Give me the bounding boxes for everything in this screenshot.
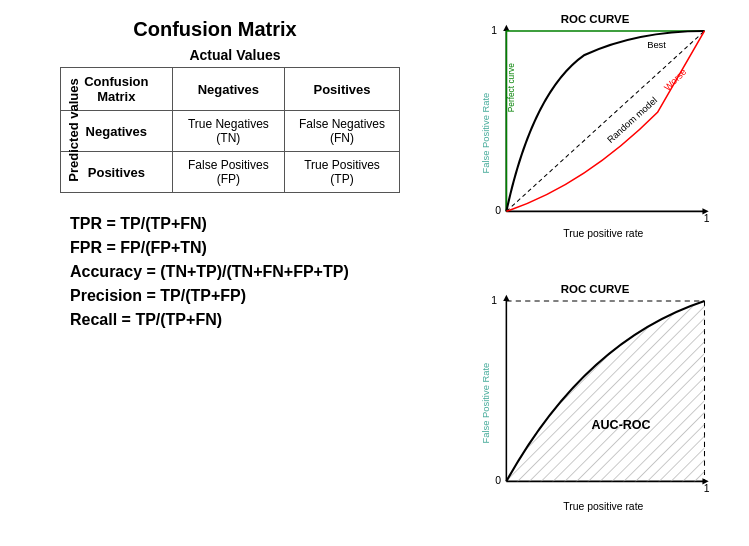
matrix-cell-fp: False Positives (FP)	[172, 152, 284, 193]
formulas-section: TPR = TP/(TP+FN) FPR = FP/(FP+TN) Accura…	[20, 215, 410, 329]
svg-marker-2	[503, 25, 509, 31]
matrix-cell-tn: True Negatives (TN)	[172, 111, 284, 152]
roc-chart-2-svg: ROC CURVE 1 0 1 True positive rate	[449, 278, 741, 528]
chart2-xlabel: True positive rate	[563, 501, 643, 512]
confusion-matrix-table: Confusion Matrix Negatives Positives Neg…	[60, 67, 400, 193]
roc-chart-2: ROC CURVE 1 0 1 True positive rate	[449, 278, 741, 538]
formula-recall: Recall = TP/(TP+FN)	[70, 311, 410, 329]
formula-tpr: TPR = TP/(TP+FN)	[70, 215, 410, 233]
chart1-title: ROC CURVE	[561, 13, 630, 25]
svg-line-4	[506, 31, 704, 211]
chart2-fpr-label: False Positive Rate	[481, 363, 491, 444]
matrix-cell-fn: False Negatives (FN)	[285, 111, 400, 152]
roc-chart-1-svg: ROC CURVE 1 0 1 True positive rate	[449, 8, 741, 258]
formula-accuracy: Accuracy = (TN+TP)/(TN+FN+FP+TP)	[70, 263, 410, 281]
chart2-auc-label: AUC-ROC	[592, 418, 651, 432]
svg-marker-8	[503, 295, 509, 301]
matrix-header-neg: Negatives	[172, 68, 284, 111]
chart2-x1: 1	[704, 483, 710, 494]
chart1-label-best: Best	[647, 40, 666, 50]
right-panel: ROC CURVE 1 0 1 True positive rate	[449, 0, 749, 546]
chart2-y1: 1	[491, 295, 497, 306]
left-panel: Confusion Matrix Actual Values Predicted…	[0, 0, 430, 546]
chart2-y0: 0	[495, 475, 501, 486]
matrix-header-pos: Positives	[285, 68, 400, 111]
chart1-y0: 0	[495, 205, 501, 216]
chart1-label-worse: Worse	[662, 67, 688, 93]
chart1-y1: 1	[491, 25, 497, 36]
predicted-values-label: Predicted values	[66, 78, 81, 181]
formula-precision: Precision = TP/(TP+FP)	[70, 287, 410, 305]
page-title: Confusion Matrix	[20, 18, 410, 41]
chart1-fpr-label: False Positive Rate	[481, 93, 491, 174]
chart2-title: ROC CURVE	[561, 283, 630, 295]
chart1-label-random: Random model	[605, 95, 659, 145]
actual-values-label: Actual Values	[60, 47, 410, 63]
roc-chart-1: ROC CURVE 1 0 1 True positive rate	[449, 8, 741, 268]
matrix-section: Actual Values Predicted values Confusion…	[60, 47, 410, 197]
chart1-x1: 1	[704, 213, 710, 224]
matrix-cell-tp: True Positives (TP)	[285, 152, 400, 193]
chart1-xlabel: True positive rate	[563, 228, 643, 239]
chart1-label-perfect: Perfect curve	[506, 63, 516, 112]
formula-fpr: FPR = FP/(FP+TN)	[70, 239, 410, 257]
